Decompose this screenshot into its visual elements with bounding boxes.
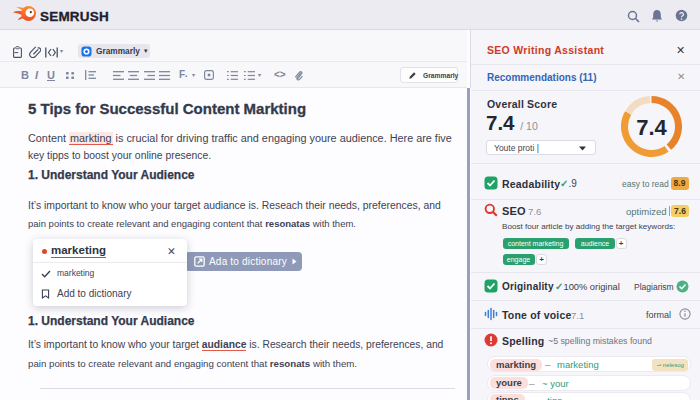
svg-text:7.4: 7.4	[636, 115, 667, 140]
